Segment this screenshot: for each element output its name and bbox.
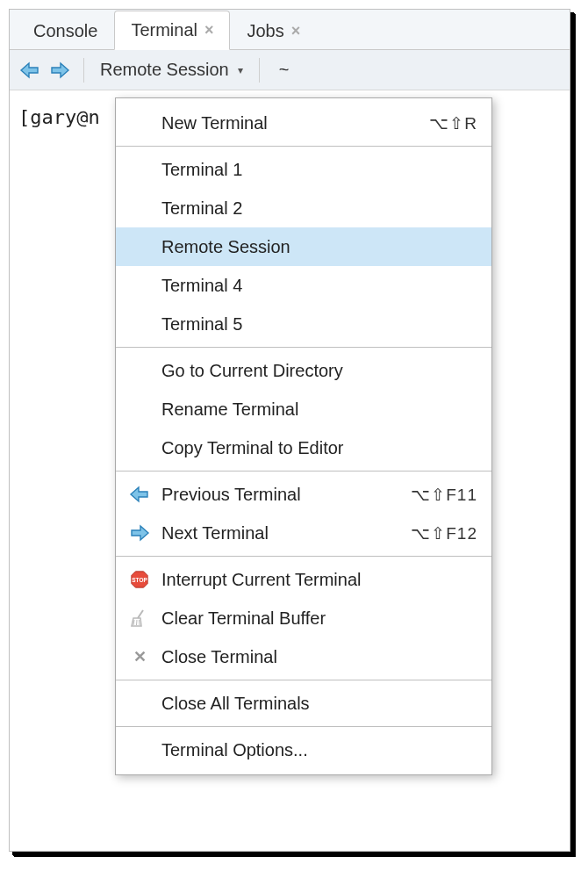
menu-copy-terminal-to-editor[interactable]: Copy Terminal to Editor <box>116 428 491 467</box>
menu-label: Close All Terminals <box>161 694 477 714</box>
menu-label: Terminal 4 <box>161 276 477 296</box>
previous-terminal-button[interactable] <box>17 59 43 82</box>
menu-clear-terminal-buffer[interactable]: Clear Terminal Buffer <box>116 599 491 637</box>
close-icon[interactable]: × <box>204 21 214 40</box>
working-directory[interactable]: ~ <box>270 60 298 80</box>
menu-shortcut: ⌥⇧F11 <box>411 485 477 505</box>
svg-text:STOP: STOP <box>132 577 147 583</box>
menu-label: New Terminal <box>161 113 419 133</box>
toolbar-divider <box>83 58 84 83</box>
blank-icon <box>128 198 151 219</box>
next-terminal-button[interactable] <box>47 59 73 82</box>
menu-label: Previous Terminal <box>161 485 400 505</box>
menu-label: Copy Terminal to Editor <box>161 438 477 458</box>
arrow-left-icon <box>19 61 40 79</box>
blank-icon <box>128 360 151 381</box>
terminal-dropdown[interactable]: Remote Session ▾ <box>95 60 248 80</box>
menu-terminal-1[interactable]: Terminal 1 <box>116 150 491 189</box>
menu-label: Terminal Options... <box>161 740 477 760</box>
menu-separator <box>116 556 491 557</box>
menu-new-terminal[interactable]: New Terminal ⌥⇧R <box>116 104 491 142</box>
menu-go-to-current-directory[interactable]: Go to Current Directory <box>116 351 491 390</box>
menu-rename-terminal[interactable]: Rename Terminal <box>116 390 491 428</box>
tab-label: Terminal <box>131 20 197 40</box>
tab-console[interactable]: Console <box>17 11 114 50</box>
menu-separator <box>116 471 491 471</box>
blank-icon <box>128 159 151 180</box>
svg-line-4 <box>137 620 138 625</box>
menu-terminal-options[interactable]: Terminal Options... <box>116 731 491 769</box>
blank-icon <box>128 399 151 420</box>
tab-bar: Console Terminal × Jobs × <box>10 10 570 50</box>
arrow-right-icon <box>128 522 151 543</box>
menu-label: Close Terminal <box>161 647 477 667</box>
dropdown-label-text: Remote Session <box>100 60 229 80</box>
menu-separator <box>116 726 491 727</box>
menu-interrupt-terminal[interactable]: STOP Interrupt Current Terminal <box>116 560 491 599</box>
stop-sign-icon: STOP <box>128 569 151 590</box>
blank-icon <box>128 437 151 458</box>
terminal-toolbar: Remote Session ▾ ~ <box>10 50 570 90</box>
menu-remote-session[interactable]: Remote Session <box>116 227 491 266</box>
tab-label: Console <box>33 21 97 41</box>
blank-icon <box>128 739 151 760</box>
menu-next-terminal[interactable]: Next Terminal ⌥⇧F12 <box>116 514 491 552</box>
prompt-text: [gary@n <box>18 106 100 128</box>
blank-icon <box>128 236 151 257</box>
svg-line-2 <box>138 610 143 618</box>
close-icon[interactable]: × <box>291 22 301 40</box>
menu-label: Remote Session <box>161 237 477 257</box>
menu-separator <box>116 680 491 680</box>
menu-label: Go to Current Directory <box>161 361 477 381</box>
menu-label: Clear Terminal Buffer <box>161 608 477 629</box>
menu-close-all-terminals[interactable]: Close All Terminals <box>116 684 491 723</box>
menu-terminal-4[interactable]: Terminal 4 <box>116 266 491 305</box>
arrow-left-icon <box>128 484 151 505</box>
menu-previous-terminal[interactable]: Previous Terminal ⌥⇧F11 <box>116 475 491 514</box>
menu-label: Terminal 1 <box>161 160 477 180</box>
terminal-dropdown-menu: New Terminal ⌥⇧R Terminal 1 Terminal 2 R… <box>115 97 492 775</box>
svg-line-5 <box>140 620 140 625</box>
blank-icon <box>128 112 151 133</box>
svg-line-3 <box>133 620 134 625</box>
tab-label: Jobs <box>247 21 283 41</box>
menu-shortcut: ⌥⇧R <box>429 113 477 133</box>
blank-icon <box>128 313 151 335</box>
menu-label: Next Terminal <box>161 523 400 543</box>
menu-label: Terminal 2 <box>161 198 477 219</box>
menu-separator <box>116 347 491 348</box>
tab-terminal[interactable]: Terminal × <box>114 11 230 50</box>
menu-terminal-5[interactable]: Terminal 5 <box>116 305 491 343</box>
panel-window: Console Terminal × Jobs × Remote Session… <box>9 9 570 852</box>
arrow-right-icon <box>49 61 70 79</box>
chevron-down-icon: ▾ <box>238 64 243 76</box>
menu-label: Rename Terminal <box>161 400 477 420</box>
menu-shortcut: ⌥⇧F12 <box>411 523 477 543</box>
blank-icon <box>128 275 151 296</box>
toolbar-divider <box>259 58 260 83</box>
menu-label: Terminal 5 <box>161 314 477 335</box>
broom-icon <box>128 608 151 629</box>
tab-jobs[interactable]: Jobs × <box>230 11 317 50</box>
menu-close-terminal[interactable]: ✕ Close Terminal <box>116 637 491 676</box>
close-icon: ✕ <box>128 646 151 667</box>
menu-terminal-2[interactable]: Terminal 2 <box>116 189 491 227</box>
blank-icon <box>128 693 151 714</box>
menu-label: Interrupt Current Terminal <box>161 570 477 590</box>
menu-separator <box>116 146 491 147</box>
